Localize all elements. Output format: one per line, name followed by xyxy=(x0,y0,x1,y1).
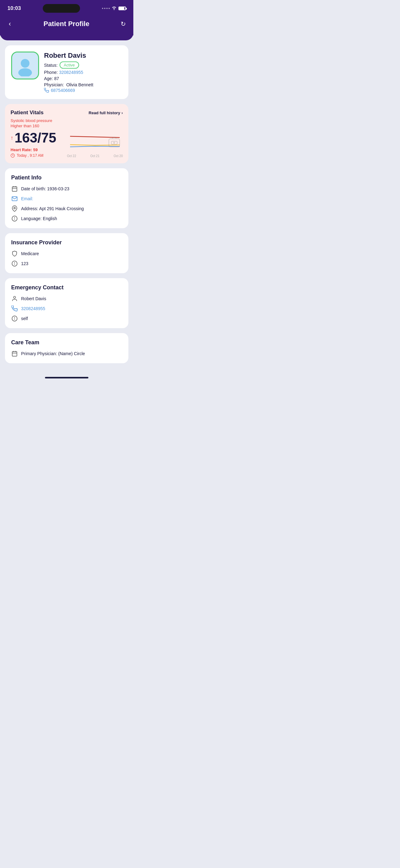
phone-label: Phone: xyxy=(44,70,58,75)
vitals-alert-line1: Systolic blood pressure xyxy=(10,118,57,123)
bottom-bar xyxy=(0,373,133,382)
language-row: Language: English xyxy=(11,215,122,222)
emergency-relation: self xyxy=(21,316,28,321)
svg-point-17 xyxy=(14,297,16,299)
vitals-main: Systolic blood pressure Higher than 160 … xyxy=(10,118,123,158)
age-row: Age: 87 xyxy=(44,76,122,81)
svg-point-5 xyxy=(113,142,115,144)
signal-dots xyxy=(102,8,110,9)
physician-phone-row[interactable]: 6875406669 xyxy=(44,88,122,93)
clock-icon xyxy=(10,153,15,158)
vitals-time-label: Today , 9:17 AM xyxy=(17,153,43,158)
read-history-label: Read full history xyxy=(89,111,120,115)
vitals-header: Patient Vitals Read full history › xyxy=(10,110,123,116)
emergency-contact-card: Emergency Contact Robert Davis 320824895… xyxy=(5,278,128,328)
physician-phone-number[interactable]: 6875406669 xyxy=(51,88,75,93)
svg-rect-4 xyxy=(111,141,117,144)
emergency-relation-row: self xyxy=(11,315,122,322)
patient-info-card: Patient Info Date of birth: 1936-03-23 E… xyxy=(5,168,128,228)
patient-info-title: Patient Info xyxy=(11,175,122,181)
page-title: Patient Profile xyxy=(43,20,89,28)
physician-label: Physician: xyxy=(44,82,64,87)
address-row: Address: Apt 291 Hauk Crossing xyxy=(11,205,122,212)
insurance-card: Insurance Provider Medicare 123 xyxy=(5,233,128,273)
status-label: Status: xyxy=(44,63,58,68)
insurance-id-row: 123 xyxy=(11,260,122,267)
svg-rect-3 xyxy=(109,139,120,147)
vitals-chart: Oct 22 Oct 21 Oct 20 xyxy=(67,131,123,158)
language-value: Language: English xyxy=(21,216,57,221)
insurance-id-value: 123 xyxy=(21,261,28,266)
status-time: 10:03 xyxy=(7,5,21,11)
dynamic-island xyxy=(43,4,80,13)
care-team-icon xyxy=(11,350,18,357)
patient-card: Robert Davis Status: Active Phone: 32082… xyxy=(5,45,128,99)
patient-age: 87 xyxy=(54,76,59,81)
dob-value: Date of birth: 1936-03-23 xyxy=(21,186,69,191)
shield-icon xyxy=(11,250,18,257)
status-badge: Active xyxy=(60,61,79,69)
insurance-title: Insurance Provider xyxy=(11,239,122,246)
insurance-info-icon xyxy=(11,260,18,267)
dob-row: Date of birth: 1936-03-23 xyxy=(11,185,122,192)
chart-label-2: Oct 21 xyxy=(90,154,99,158)
emergency-name: Robert Davis xyxy=(21,296,46,301)
patient-info: Robert Davis Status: Active Phone: 32082… xyxy=(44,52,122,93)
email-value: Email: xyxy=(21,196,33,201)
vitals-alert-line2: Higher than 160 xyxy=(10,124,57,128)
person-icon xyxy=(11,295,18,302)
vitals-card: Patient Vitals Read full history › Systo… xyxy=(5,104,128,163)
content-area: Robert Davis Status: Active Phone: 32082… xyxy=(0,40,133,373)
address-value: Address: Apt 291 Hauk Crossing xyxy=(21,206,84,211)
email-icon xyxy=(11,195,18,202)
svg-rect-21 xyxy=(12,351,17,356)
age-label: Age: xyxy=(44,76,53,81)
phone-row: Phone: 3208248955 xyxy=(44,70,122,75)
relation-icon xyxy=(11,315,18,322)
battery-icon xyxy=(119,6,126,10)
page-header: ‹ Patient Profile ↻ xyxy=(0,16,133,35)
vitals-left: Systolic blood pressure Higher than 160 … xyxy=(10,118,57,158)
patient-name: Robert Davis xyxy=(44,52,122,60)
care-team-card: Care Team Primary Physician: (Name) Circ… xyxy=(5,333,128,363)
emergency-name-row: Robert Davis xyxy=(11,295,122,302)
insurance-provider-value: Medicare xyxy=(21,251,39,256)
home-indicator xyxy=(45,377,88,378)
bp-display: ↑ 163/75 xyxy=(10,130,57,146)
emergency-phone-row[interactable]: 3208248955 xyxy=(11,305,122,312)
patient-phone[interactable]: 3208248955 xyxy=(59,70,83,75)
read-history-button[interactable]: Read full history › xyxy=(89,111,123,115)
care-team-subtitle: Primary Physician: (Name) Circle xyxy=(21,351,85,356)
chart-label-1: Oct 22 xyxy=(67,154,76,158)
care-team-title: Care Team xyxy=(11,339,122,346)
physician-name: Olivia Bennett xyxy=(66,82,93,87)
svg-point-1 xyxy=(18,68,32,76)
emergency-title: Emergency Contact xyxy=(11,284,122,291)
bp-value: 163/75 xyxy=(14,130,57,146)
svg-point-10 xyxy=(14,207,15,209)
chart-label-3: Oct 20 xyxy=(114,154,123,158)
insurance-provider-row: Medicare xyxy=(11,250,122,257)
svg-rect-6 xyxy=(12,187,17,191)
emergency-phone[interactable]: 3208248955 xyxy=(21,306,45,311)
chevron-right-icon: › xyxy=(122,111,123,115)
emergency-phone-icon xyxy=(11,305,18,312)
chart-labels: Oct 22 Oct 21 Oct 20 xyxy=(67,154,123,158)
phone-icon xyxy=(44,88,49,93)
email-row[interactable]: Email: xyxy=(11,195,122,202)
info-icon xyxy=(11,215,18,222)
location-icon xyxy=(11,205,18,212)
vitals-time: Today , 9:17 AM xyxy=(10,153,57,158)
svg-point-0 xyxy=(21,59,29,68)
bp-arrow-icon: ↑ xyxy=(10,135,13,141)
bp-device-icon xyxy=(106,133,123,152)
back-button[interactable]: ‹ xyxy=(7,19,12,29)
avatar xyxy=(11,52,39,80)
heart-rate: Heart Rate: 59 xyxy=(10,148,57,152)
wifi-icon xyxy=(112,6,116,11)
avatar-wrap xyxy=(11,52,39,80)
physician-row: Physician: Olivia Bennett 6875406669 xyxy=(44,82,122,93)
refresh-button[interactable]: ↻ xyxy=(121,20,126,28)
vitals-title: Patient Vitals xyxy=(10,110,43,116)
care-team-subtitle-row: Primary Physician: (Name) Circle xyxy=(11,350,122,357)
